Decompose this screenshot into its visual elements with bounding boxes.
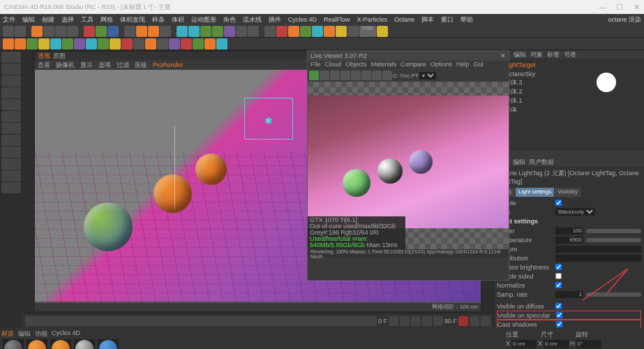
lv-focus-icon[interactable]: [372, 70, 382, 80]
vp-view[interactable]: 查看: [38, 61, 50, 70]
sphere-green[interactable]: [84, 202, 133, 251]
ls-editable-icon[interactable]: [1, 52, 21, 63]
ls-point-icon[interactable]: [1, 99, 21, 110]
ls-poly-icon[interactable]: [1, 123, 21, 134]
mat-tab-func[interactable]: 功能: [35, 329, 47, 338]
mat-item-3[interactable]: OctDiffs: [50, 339, 71, 349]
obj-bm[interactable]: 书签: [564, 50, 576, 59]
tb2-3-icon[interactable]: [27, 38, 38, 50]
lv-titlebar[interactable]: Live Viewer 3.07-R2 ✕: [308, 51, 509, 61]
tb2-8-icon[interactable]: [86, 38, 97, 50]
cast-shadows-checkbox[interactable]: [556, 321, 562, 327]
axis-y-icon[interactable]: [96, 26, 107, 37]
tl-auto-icon[interactable]: [481, 316, 491, 326]
lv-region-icon[interactable]: [340, 70, 350, 80]
mat-item-2[interactable]: OctDiffs: [27, 339, 47, 349]
lv-reload-icon[interactable]: [320, 70, 329, 80]
tl-fwd-icon[interactable]: [433, 316, 443, 326]
generator-icon[interactable]: [200, 26, 211, 37]
tb2-6-icon[interactable]: [62, 38, 73, 50]
menu-mesh[interactable]: 网格: [100, 15, 113, 24]
menu-plugins[interactable]: 插件: [269, 15, 281, 24]
menu-vol2[interactable]: 体积: [172, 15, 184, 24]
vp-prorender[interactable]: ProRender: [153, 61, 184, 68]
temp-slider[interactable]: [586, 238, 641, 242]
axis-x-icon[interactable]: [84, 26, 95, 37]
mat-item-1[interactable]: OctSpe: [3, 339, 24, 349]
tool3-icon[interactable]: [288, 26, 299, 37]
tb2-7-icon[interactable]: [74, 38, 85, 50]
tb2-5-icon[interactable]: [50, 38, 61, 50]
lv-lock-icon[interactable]: [351, 70, 361, 80]
tb2-2-icon[interactable]: [15, 38, 26, 50]
menu-window[interactable]: 窗口: [441, 15, 454, 24]
obj-edit[interactable]: 编辑: [514, 50, 526, 59]
undo-icon[interactable]: [3, 26, 14, 37]
menu-select[interactable]: 选择: [61, 15, 74, 24]
menu-file[interactable]: 文件: [3, 15, 15, 24]
enable-checkbox[interactable]: [555, 200, 562, 206]
psr-icon[interactable]: PSR: [359, 26, 376, 37]
vp-panel[interactable]: 面板: [135, 61, 147, 70]
live-viewer-window[interactable]: Live Viewer 3.07-R2 ✕ File Cloud Objects…: [307, 50, 509, 281]
mat-tab-mat[interactable]: 材质: [1, 329, 14, 338]
vp-camera[interactable]: 摄像机: [56, 61, 75, 70]
obj-row-sphere3[interactable]: 球体.3: [497, 78, 641, 87]
tool5-icon[interactable]: [312, 26, 323, 37]
tab-visibility[interactable]: Visibility: [555, 188, 581, 197]
menu-volume[interactable]: 体积发现: [120, 15, 145, 24]
surf-bright-checkbox[interactable]: [555, 264, 562, 270]
light-icon[interactable]: [248, 26, 259, 37]
menu-script[interactable]: 脚本: [421, 15, 434, 24]
timeline[interactable]: 0 F 90 F: [22, 313, 493, 328]
lv-play-icon[interactable]: [309, 70, 319, 80]
tool1-icon[interactable]: [264, 26, 276, 37]
tb2-17-icon[interactable]: [193, 38, 204, 50]
vp-tab-orig[interactable]: 原图: [53, 52, 66, 60]
tb2-18-icon[interactable]: [204, 38, 216, 50]
tl-record-icon[interactable]: [458, 316, 468, 326]
lv-help[interactable]: Help: [456, 61, 470, 69]
ls-12-icon[interactable]: [1, 182, 21, 193]
ls-workplane-icon[interactable]: [1, 87, 21, 98]
axis-z-icon[interactable]: [107, 26, 119, 37]
lv-file[interactable]: File: [310, 61, 321, 69]
lv-objects[interactable]: Objects: [345, 61, 367, 69]
ls-edge-icon[interactable]: [1, 111, 21, 122]
tb2-15-icon[interactable]: [169, 38, 180, 50]
obj-row-sphere1[interactable]: 球体.1: [497, 96, 641, 105]
menu-pipeline[interactable]: 流水线: [243, 15, 262, 24]
menu-xparticles[interactable]: X-Particles: [357, 16, 388, 23]
lv-materials[interactable]: Materials: [371, 61, 397, 69]
lv-options[interactable]: Options: [430, 61, 452, 69]
render-region-icon[interactable]: [148, 26, 159, 37]
render-settings-icon[interactable]: [160, 26, 171, 37]
tb2-12-icon[interactable]: [133, 38, 144, 50]
sphere-orange-2[interactable]: [195, 154, 227, 185]
tool6-icon[interactable]: [324, 26, 335, 37]
vp-options[interactable]: 选项: [98, 61, 111, 70]
tb2-9-icon[interactable]: [98, 38, 109, 50]
tool7-icon[interactable]: [336, 26, 347, 37]
obj-tag[interactable]: 标签: [547, 50, 560, 59]
tb2-1-icon[interactable]: [3, 38, 14, 50]
mat-item-4[interactable]: OctSpe: [74, 339, 95, 349]
menu-octane-render[interactable]: octane 渲染: [608, 15, 641, 24]
lv-mode-select[interactable]: ▾: [419, 72, 436, 80]
ls-axis-icon[interactable]: [1, 135, 21, 146]
mat-item-5[interactable]: OctSpe: [98, 339, 119, 349]
vp-display[interactable]: 显示: [80, 61, 93, 70]
ls-texture-icon[interactable]: [1, 75, 21, 87]
obj-row-sphere2[interactable]: 球体.2: [497, 87, 641, 96]
samp-slider[interactable]: [586, 292, 641, 297]
rotate-icon[interactable]: [67, 26, 78, 37]
vis-diffuse-checkbox[interactable]: [555, 303, 562, 309]
tb2-10-icon[interactable]: [110, 38, 121, 50]
scale-icon[interactable]: [55, 26, 66, 37]
lv-cloud[interactable]: Cloud: [325, 61, 342, 69]
obj-row-sky[interactable]: OctaneSky: [497, 69, 641, 78]
texture-field[interactable]: [555, 246, 641, 253]
cube-icon[interactable]: [177, 26, 188, 37]
environment-icon[interactable]: [224, 26, 235, 37]
tb2-19-icon[interactable]: [216, 38, 227, 50]
